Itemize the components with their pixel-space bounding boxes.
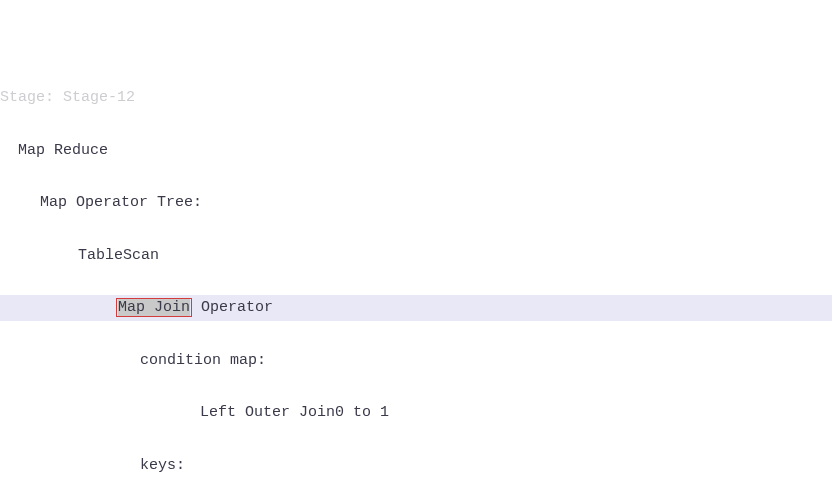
plan-line: Map Reduce (0, 138, 832, 164)
plan-line: condition map: (0, 348, 832, 374)
plan-line-highlighted: Map Join Operator (0, 295, 832, 321)
plan-line: Map Operator Tree: (0, 190, 832, 216)
plan-line: Stage: Stage-12 (0, 85, 832, 111)
operator-suffix: Operator (192, 299, 273, 316)
plan-line: Left Outer Join0 to 1 (0, 400, 832, 426)
map-join-selection: Map Join (118, 299, 190, 316)
plan-line: keys: (0, 453, 832, 479)
plan-line: TableScan (0, 243, 832, 269)
map-join-box: Map Join (116, 298, 192, 317)
